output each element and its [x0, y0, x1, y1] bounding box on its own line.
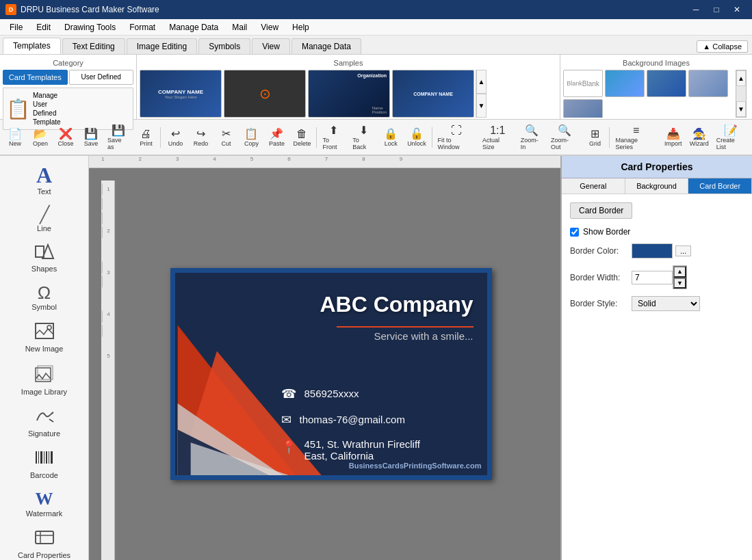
- separator-1: [160, 127, 161, 148]
- bg-item-4[interactable]: [563, 99, 603, 118]
- lock-button[interactable]: 🔒 Lock: [378, 125, 403, 149]
- bg-item-1[interactable]: [605, 70, 645, 97]
- sample-1[interactable]: COMPANY NAME Your Slogan Here: [140, 70, 222, 118]
- symbol-tool[interactable]: Ω Symbol: [3, 279, 86, 316]
- to-front-button[interactable]: ⬆ To Front: [319, 122, 348, 152]
- border-width-down[interactable]: ▼: [673, 278, 686, 289]
- close-button-toolbar[interactable]: ❌ Close: [53, 125, 78, 149]
- line-tool[interactable]: ╱ Line: [3, 202, 86, 237]
- print-button[interactable]: 🖨 Print: [133, 125, 158, 149]
- tab-templates[interactable]: Templates: [3, 38, 61, 54]
- bg-header: Background Images: [563, 57, 749, 70]
- bg-blank[interactable]: BlankBlank: [563, 70, 603, 97]
- open-button[interactable]: 📂 Open: [28, 125, 53, 149]
- bg-scroll-down[interactable]: ▼: [736, 101, 746, 117]
- sample-3[interactable]: Organization NamePosition: [308, 70, 390, 118]
- category-header: Category: [3, 57, 133, 70]
- scroll-down-button[interactable]: ▼: [476, 94, 487, 118]
- bg-scroll-up[interactable]: ▲: [736, 70, 746, 86]
- menu-edit[interactable]: Edit: [29, 21, 57, 34]
- menu-help[interactable]: Help: [285, 21, 316, 34]
- paste-button[interactable]: 📌 Paste: [264, 125, 289, 149]
- cut-button[interactable]: ✂ Cut: [213, 125, 238, 149]
- fit-to-window-button[interactable]: ⛶ Fit to Window: [435, 122, 478, 152]
- background-images-panel: Background Images BlankBlank ▲ ▼: [560, 55, 752, 119]
- user-defined-button[interactable]: User Defined: [69, 70, 134, 85]
- save-as-button[interactable]: 💾 Save as: [104, 122, 133, 152]
- right-panel: Card Properties General Background Card …: [560, 156, 752, 560]
- tab-general[interactable]: General: [562, 178, 625, 194]
- new-button[interactable]: 📄 New: [3, 125, 27, 149]
- border-width-input[interactable]: [632, 271, 673, 284]
- actual-size-button[interactable]: 1:1 Actual Size: [479, 122, 517, 152]
- image-library-tool[interactable]: Image Library: [3, 359, 86, 401]
- card-border-section-btn[interactable]: Card Border: [570, 202, 632, 219]
- sample-2[interactable]: ⊙: [224, 70, 306, 118]
- svg-point-3: [47, 325, 51, 330]
- tab-view[interactable]: View: [252, 38, 290, 54]
- border-style-select[interactable]: Solid Dashed Dotted Double: [632, 296, 700, 311]
- svg-rect-12: [51, 451, 53, 464]
- tab-image-editing[interactable]: Image Editing: [127, 38, 197, 54]
- menu-format[interactable]: Format: [122, 21, 162, 34]
- redo-button[interactable]: ↪ Redo: [188, 125, 213, 149]
- menu-file[interactable]: File: [3, 21, 29, 34]
- save-button[interactable]: 💾 Save: [79, 125, 103, 149]
- bg-item-2[interactable]: [647, 70, 686, 97]
- card-templates-button[interactable]: Card Templates: [3, 70, 68, 85]
- watermark-tool[interactable]: W Watermark: [3, 485, 86, 522]
- to-back-button[interactable]: ⬇ To Back: [349, 122, 378, 152]
- menu-view[interactable]: View: [254, 21, 285, 34]
- watermark-icon: W: [36, 490, 53, 508]
- border-width-up[interactable]: ▲: [673, 266, 686, 278]
- cut-icon: ✂: [222, 127, 231, 140]
- grid-button[interactable]: ⊞ Grid: [582, 125, 607, 149]
- unlock-button[interactable]: 🔓 Unlock: [404, 125, 429, 149]
- collapse-button[interactable]: ▲ Collapse: [697, 40, 748, 53]
- sample-4[interactable]: COMPANY NAME: [392, 70, 474, 118]
- business-card[interactable]: ABC Company Service with a smile... ☎ 85…: [170, 268, 492, 480]
- card-properties-tool[interactable]: Card Properties: [3, 524, 86, 560]
- left-tools-panel: A Text ╱ Line Shapes Ω Symbol New Image: [0, 156, 89, 560]
- show-border-checkbox[interactable]: [570, 228, 579, 237]
- tab-background[interactable]: Background: [625, 178, 689, 194]
- border-color-picker-button[interactable]: ...: [675, 245, 691, 256]
- card-tagline: Service with a smile...: [337, 326, 474, 342]
- sample-scroll: ▲ ▼: [476, 70, 487, 118]
- wizard-button[interactable]: 🧙 Wizard: [686, 125, 712, 149]
- app-icon: D: [5, 4, 16, 15]
- text-tool[interactable]: A Text: [3, 159, 86, 200]
- undo-button[interactable]: ↩ Undo: [163, 125, 187, 149]
- close-button[interactable]: ✕: [727, 3, 747, 16]
- maximize-button[interactable]: □: [707, 3, 726, 16]
- border-color-row: Border Color: ...: [570, 243, 744, 258]
- line-icon: ╱: [40, 206, 49, 223]
- svg-rect-7: [38, 451, 39, 464]
- bg-item-3[interactable]: [688, 70, 728, 97]
- delete-icon: 🗑: [296, 127, 307, 140]
- zoom-in-button[interactable]: 🔍 Zoom-In: [517, 122, 547, 152]
- manage-label-3: Defined: [33, 109, 61, 118]
- shapes-tool[interactable]: Shapes: [3, 239, 86, 278]
- menu-drawing-tools[interactable]: Drawing Tools: [57, 21, 122, 34]
- new-image-tool[interactable]: New Image: [3, 317, 86, 358]
- tab-text-editing[interactable]: Text Editing: [62, 38, 125, 54]
- copy-button[interactable]: 📋 Copy: [239, 125, 263, 149]
- menu-mail[interactable]: Mail: [225, 21, 254, 34]
- delete-button[interactable]: 🗑 Delete: [289, 125, 314, 149]
- barcode-tool[interactable]: Barcode: [3, 444, 86, 484]
- create-list-button[interactable]: 📝 Create List: [713, 122, 749, 152]
- manage-series-button[interactable]: ≡ Manage Series: [612, 122, 660, 152]
- zoom-out-button[interactable]: 🔍 Zoom-Out: [547, 122, 582, 152]
- tab-card-border[interactable]: Card Border: [688, 178, 752, 194]
- import-button[interactable]: 📥 Import: [661, 125, 686, 149]
- signature-tool[interactable]: Signature: [3, 402, 86, 442]
- menu-manage-data[interactable]: Manage Data: [162, 21, 225, 34]
- tab-symbols[interactable]: Symbols: [198, 38, 250, 54]
- svg-rect-13: [36, 531, 53, 544]
- border-color-swatch[interactable]: [632, 243, 673, 258]
- canvas-content: ABC Company Service with a smile... ☎ 85…: [101, 168, 560, 560]
- tab-manage-data[interactable]: Manage Data: [291, 38, 361, 54]
- minimize-button[interactable]: ─: [686, 3, 705, 16]
- scroll-up-button[interactable]: ▲: [476, 70, 487, 94]
